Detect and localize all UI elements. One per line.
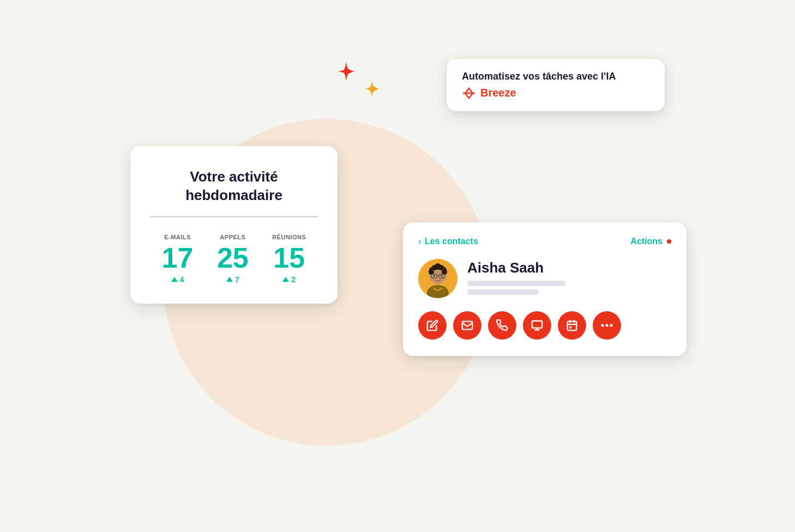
arrow-up-icon — [282, 277, 289, 282]
arrow-up-icon — [171, 277, 178, 282]
svg-point-22 — [610, 324, 613, 327]
sparkle-red-icon — [338, 62, 355, 86]
actions-button[interactable]: Actions — [630, 237, 671, 246]
svg-point-11 — [433, 275, 435, 277]
contact-name: Aisha Saah — [467, 259, 565, 276]
stat-appels-delta: 7 — [226, 275, 239, 284]
svg-rect-19 — [569, 327, 571, 329]
activity-card: Votre activité hebdomadaire E-MAILS 17 4… — [130, 146, 338, 304]
calendar-button[interactable] — [558, 311, 586, 340]
chevron-left-icon: ‹ — [418, 235, 421, 247]
email-button[interactable] — [453, 311, 481, 340]
phone-button[interactable] — [488, 311, 516, 340]
sparkle-orange-icon — [365, 81, 379, 101]
notification-dot — [667, 239, 671, 244]
contact-info-line-2 — [467, 289, 538, 295]
contact-action-buttons — [418, 311, 671, 340]
svg-rect-13 — [462, 322, 472, 330]
stat-appels-value: 25 — [217, 244, 249, 272]
back-to-contacts-button[interactable]: ‹ Les contacts — [418, 235, 478, 247]
contact-info-line-1 — [467, 281, 565, 286]
contact-nav: ‹ Les contacts Actions — [418, 235, 671, 247]
svg-point-7 — [438, 265, 444, 270]
avatar — [418, 259, 457, 298]
stat-emails-delta: 4 — [171, 275, 184, 284]
stat-reunions-label: RÉUNIONS — [272, 234, 306, 240]
svg-point-20 — [601, 324, 604, 327]
contact-card: ‹ Les contacts Actions — [403, 222, 686, 356]
stat-reunions-delta: 2 — [282, 275, 296, 284]
screen-share-button[interactable] — [523, 311, 551, 340]
stat-emails: E-MAILS 17 4 — [162, 234, 194, 284]
svg-point-6 — [432, 265, 437, 270]
contact-info: Aisha Saah — [418, 259, 671, 298]
svg-point-12 — [441, 275, 443, 277]
stat-appels: APPELS 25 7 — [217, 234, 249, 284]
breeze-brand: Breeze — [462, 87, 649, 99]
back-label: Les contacts — [425, 237, 478, 246]
breeze-icon — [462, 87, 476, 99]
activity-card-title: Votre activité hebdomadaire — [150, 168, 318, 205]
activity-divider — [150, 216, 318, 217]
stat-emails-value: 17 — [162, 244, 194, 272]
stat-reunions: RÉUNIONS 15 2 — [272, 234, 306, 284]
breeze-brand-name: Breeze — [480, 87, 516, 99]
actions-label: Actions — [630, 237, 662, 246]
svg-rect-15 — [568, 322, 577, 331]
main-scene: Votre activité hebdomadaire E-MAILS 17 4… — [98, 32, 697, 500]
stat-appels-label: APPELS — [220, 234, 245, 240]
edit-button[interactable] — [418, 311, 447, 340]
stat-reunions-value: 15 — [273, 244, 305, 272]
arrow-up-icon — [226, 277, 233, 282]
activity-stats: E-MAILS 17 4 APPELS 25 7 RÉUNIONS 15 — [150, 234, 318, 284]
stat-emails-label: E-MAILS — [164, 234, 191, 240]
svg-point-21 — [606, 324, 609, 327]
breeze-card: Automatisez vos tâches avec l'IA Breeze — [447, 59, 665, 111]
more-options-button[interactable] — [593, 311, 621, 340]
contact-details: Aisha Saah — [467, 259, 565, 298]
svg-rect-14 — [532, 321, 542, 328]
breeze-card-title: Automatisez vos tâches avec l'IA — [462, 71, 649, 82]
